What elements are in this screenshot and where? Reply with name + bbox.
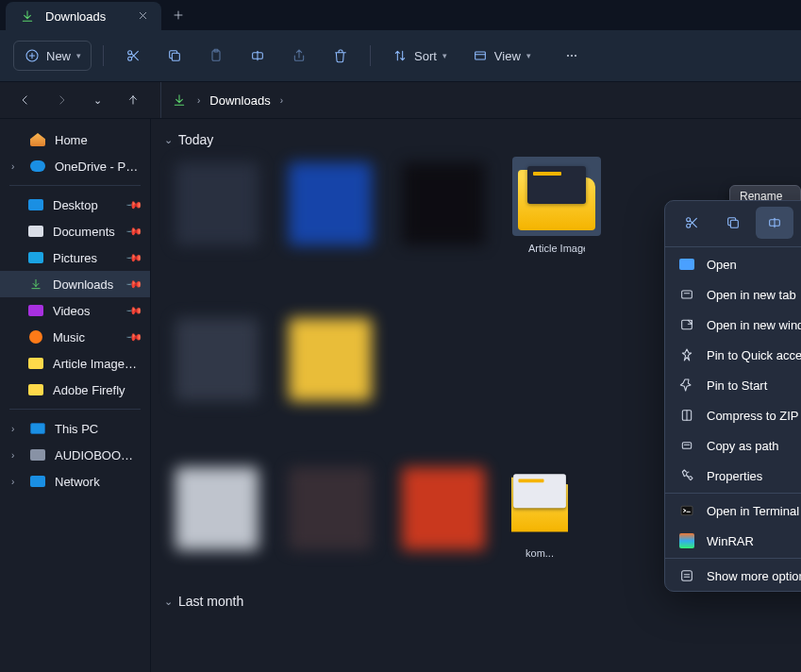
breadcrumb-segment[interactable]: Downloads [209,93,270,108]
sort-button[interactable]: Sort ▾ [382,42,457,70]
sidebar-item-home[interactable]: Home [0,126,150,153]
cm-cut-button[interactable] [673,207,710,239]
chevron-down-icon: ▾ [526,51,531,60]
chevron-right-icon[interactable]: › [280,95,283,106]
close-icon[interactable] [138,9,148,24]
list-item[interactable] [172,157,262,284]
cm-item-show-more[interactable]: Show more options Shift+F10 [665,561,801,591]
sidebar-item-label: Home [55,133,141,147]
up-button[interactable] [121,88,145,112]
ellipsis-icon [563,47,580,64]
recent-locations-button[interactable]: ⌄ [85,88,109,112]
cut-button[interactable] [115,42,151,70]
list-item-selected[interactable]: Article Images 2023 [511,157,602,284]
sort-icon [392,47,409,64]
cm-item-open-new-window[interactable]: Open in new window [665,310,801,340]
new-button[interactable]: New ▾ [13,41,92,71]
pin-icon [678,346,695,363]
sidebar-item-audiobooks[interactable]: › AUDIOBOOKS (D:) [0,442,150,468]
sidebar-separator [9,409,141,410]
content-pane[interactable]: ⌄ Today Articl [151,119,801,672]
svg-rect-19 [681,506,693,514]
copy-button[interactable] [157,42,192,70]
sidebar-item-network[interactable]: › Network [0,468,150,495]
chevron-down-icon: ⌄ [164,596,173,608]
cm-item-compress[interactable]: Compress to ZIP file [665,400,801,430]
sidebar-item-label: AUDIOBOOKS (D:) [55,448,141,462]
sidebar-item-videos[interactable]: Videos 📌 [0,297,150,324]
cm-item-open[interactable]: Open Enter [665,249,801,279]
chevron-down-icon: ⌄ [164,134,173,146]
chevron-right-icon[interactable]: › [11,450,21,461]
svg-rect-16 [682,320,693,328]
list-item[interactable] [398,157,489,284]
list-item[interactable] [172,312,262,440]
sidebar-item-pictures[interactable]: Pictures 📌 [0,244,150,271]
sidebar-item-downloads[interactable]: Downloads 📌 [0,271,150,297]
sidebar-item-article-images[interactable]: Article Images 2022 [0,350,150,377]
svg-point-8 [567,55,569,57]
breadcrumb[interactable]: › Downloads › [160,82,292,118]
cm-item-open-new-tab[interactable]: Open in new tab [665,279,801,310]
sidebar-item-label: Adobe Firefly [53,383,141,397]
chevron-right-icon[interactable]: › [11,424,21,434]
list-item[interactable] [285,312,375,440]
sidebar-item-music[interactable]: Music 📌 [0,324,150,350]
winrar-icon [678,532,695,549]
cm-item-pin-quick[interactable]: Pin to Quick access [665,340,801,370]
pin-icon [678,377,695,394]
list-item[interactable] [285,157,375,284]
wrench-icon [678,467,695,484]
new-tab-button[interactable] [161,0,195,30]
clipboard-icon [208,47,225,64]
item-caption: kom... [511,546,568,560]
cm-item-winrar[interactable]: WinRAR › [665,526,801,556]
delete-button[interactable] [323,42,359,70]
rename-icon [766,214,783,231]
paste-button[interactable] [198,42,234,70]
cm-item-terminal[interactable]: Open in Terminal [665,496,801,526]
list-item[interactable]: kom... [511,462,568,575]
navbar: ⌄ › Downloads › [0,81,801,119]
cm-copy-button[interactable] [714,207,752,239]
cm-rename-button[interactable] [756,207,793,239]
cm-delete-button[interactable] [797,207,801,239]
sidebar-item-onedrive[interactable]: › OneDrive - Personal [0,153,150,179]
sidebar-item-label: Article Images 2022 [53,357,141,371]
download-icon [19,8,36,25]
chevron-right-icon[interactable]: › [11,477,21,487]
tab-downloads[interactable]: Downloads [6,2,161,30]
cm-item-properties[interactable]: Properties Alt+Enter [665,461,801,491]
list-item[interactable] [398,462,489,575]
svg-rect-18 [682,443,691,449]
chevron-right-icon[interactable]: › [11,161,21,172]
group-header-last-month[interactable]: ⌄ Last month [164,594,788,609]
folder-open-icon [678,256,695,273]
back-button[interactable] [13,88,38,112]
list-item[interactable] [285,462,375,575]
chevron-down-icon: ▾ [76,51,81,60]
sidebar-item-this-pc[interactable]: › This PC [0,415,150,442]
group-header-label: Today [178,132,213,147]
cm-item-pin-start[interactable]: Pin to Start [665,370,801,400]
chevron-right-icon[interactable]: › [197,95,200,106]
sidebar-item-desktop[interactable]: Desktop 📌 [0,192,150,218]
new-label: New [46,49,71,63]
item-caption: Article Images 2023 [528,242,585,255]
scissors-icon [125,47,142,64]
svg-point-10 [575,55,576,57]
sidebar-item-adobe-firefly[interactable]: Adobe Firefly [0,377,150,403]
more-button[interactable] [554,42,590,70]
folder-icon [518,162,595,230]
group-header-today[interactable]: ⌄ Today [164,132,788,147]
chevron-down-icon: ▾ [442,51,447,60]
forward-button[interactable] [49,88,74,112]
terminal-icon [678,502,695,519]
rename-button[interactable] [240,42,275,70]
cm-item-copy-path[interactable]: Copy as path Ctrl+Shift+C [665,430,801,461]
list-item[interactable] [172,462,262,575]
view-button[interactable]: View ▾ [462,42,541,70]
share-button[interactable] [281,42,317,70]
sidebar-item-documents[interactable]: Documents 📌 [0,218,150,244]
context-menu: Open Enter Open in new tab Open in new w… [664,200,801,592]
